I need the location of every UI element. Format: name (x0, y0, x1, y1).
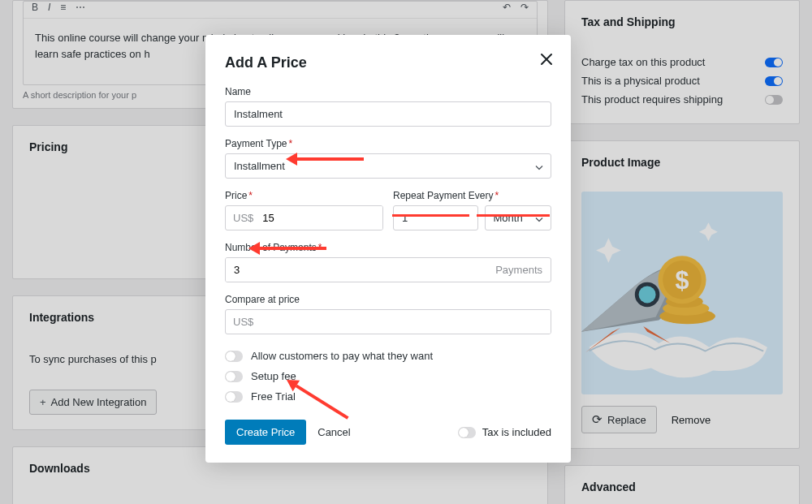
remove-image-link[interactable]: Remove (672, 414, 710, 426)
undo-icon[interactable]: ↶ (503, 2, 511, 13)
tax-included-label: Tax is included (482, 426, 551, 438)
annotation-underline (477, 214, 550, 217)
downloads-title: Downloads (29, 462, 531, 475)
annotation-arrow (248, 243, 326, 253)
compare-price-label: Compare at price (225, 294, 551, 305)
annotation-underline (392, 214, 469, 217)
repeat-number-input[interactable] (393, 205, 478, 230)
svg-point-3 (639, 286, 656, 303)
setup-fee-toggle[interactable] (225, 371, 243, 382)
requires-shipping-toggle[interactable] (765, 95, 783, 105)
replace-image-button[interactable]: ⟳ Replace (581, 406, 657, 433)
charge-tax-toggle[interactable] (765, 58, 783, 67)
pay-what-you-want-toggle[interactable] (225, 351, 243, 362)
more-icon[interactable]: ⋯ (76, 2, 85, 13)
compare-price-input[interactable] (261, 310, 551, 334)
free-trial-label: Free Trial (251, 390, 296, 403)
physical-product-toggle[interactable] (765, 76, 783, 86)
pay-what-you-want-label: Allow customers to pay what they want (251, 350, 433, 362)
close-button[interactable] (540, 53, 553, 68)
rocket-illustration: $ (581, 192, 783, 394)
repeat-label: Repeat Payment Every* (393, 190, 551, 201)
num-payments-input[interactable] (226, 258, 487, 282)
close-icon (540, 53, 553, 66)
compare-price-currency: US$ (226, 310, 261, 334)
redo-icon[interactable]: ↷ (520, 2, 529, 13)
price-currency: US$ (226, 206, 261, 230)
cancel-button[interactable]: Cancel (317, 426, 350, 438)
price-label: Price* (225, 190, 383, 201)
add-integration-button[interactable]: + Add New Integration (29, 390, 157, 415)
free-trial-toggle[interactable] (225, 391, 243, 403)
svg-text:$: $ (676, 266, 689, 294)
name-input[interactable] (225, 101, 551, 127)
advanced-title: Advanced (581, 480, 783, 493)
tax-included-toggle[interactable] (458, 427, 476, 438)
plus-icon: + (40, 396, 46, 408)
bold-icon[interactable]: B (32, 2, 38, 13)
requires-shipping-label: This product requires shipping (581, 93, 723, 106)
name-label: Name (225, 86, 551, 97)
italic-icon[interactable]: I (48, 2, 50, 13)
tax-shipping-title: Tax and Shipping (581, 15, 783, 28)
create-price-button[interactable]: Create Price (225, 420, 306, 445)
charge-tax-label: Charge tax on this product (581, 56, 705, 68)
product-image-preview: $ (581, 192, 783, 394)
repeat-unit-select[interactable] (485, 205, 552, 230)
annotation-arrow (286, 154, 364, 164)
payment-type-label: Payment Type* (225, 138, 551, 149)
refresh-icon: ⟳ (592, 412, 603, 427)
price-input[interactable] (261, 206, 382, 230)
modal-title: Add A Price (225, 54, 551, 71)
physical-product-label: This is a physical product (581, 75, 700, 87)
product-image-title: Product Image (581, 156, 783, 169)
add-integration-label: Add New Integration (51, 396, 147, 408)
num-payments-suffix: Payments (487, 258, 551, 282)
payment-type-select[interactable] (225, 153, 551, 179)
list-icon[interactable]: ≡ (60, 2, 66, 13)
replace-label: Replace (607, 414, 646, 426)
